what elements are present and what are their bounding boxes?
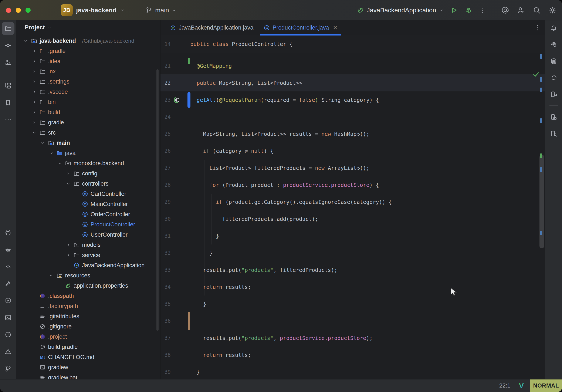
- line-number[interactable]: 36: [161, 318, 171, 324]
- ideavim-icon[interactable]: V: [519, 381, 524, 390]
- tree-item-.settings[interactable]: .settings: [16, 77, 160, 87]
- error-stripe-marker[interactable]: [540, 167, 542, 172]
- editor-gutter[interactable]: 30: [161, 211, 190, 227]
- tree-item-.project[interactable]: .project: [16, 332, 160, 342]
- chevron-down-icon[interactable]: [31, 129, 38, 136]
- branch-widget[interactable]: main: [145, 7, 177, 14]
- line-number[interactable]: 30: [161, 216, 171, 222]
- chevron-down-icon[interactable]: [56, 160, 63, 167]
- chevron-right-icon[interactable]: [31, 48, 38, 55]
- tree-item-gradle[interactable]: gradle: [16, 117, 160, 128]
- close-window-button[interactable]: [6, 8, 11, 13]
- tool-button-bookmark[interactable]: [2, 96, 14, 109]
- search-icon[interactable]: [533, 6, 541, 14]
- project-widget[interactable]: JB java-backend: [61, 4, 125, 16]
- code-line-25[interactable]: 25 Map<String, List<Product>> results = …: [161, 125, 545, 143]
- minimize-window-button[interactable]: [16, 8, 21, 13]
- tree-item-changelog.md[interactable]: M↓CHANGELOG.md: [16, 352, 160, 362]
- tool-button-robot[interactable]: [2, 260, 14, 273]
- code-editor[interactable]: 21 @GetMapping22 public Map<String, List…: [161, 53, 545, 379]
- tree-item-build[interactable]: build: [16, 107, 160, 117]
- tree-item-models[interactable]: models: [16, 240, 160, 250]
- tree-item-config[interactable]: config: [16, 168, 160, 178]
- kebab-icon[interactable]: [534, 24, 541, 31]
- editor-gutter[interactable]: 34: [161, 278, 190, 296]
- code-line-39[interactable]: 39 }: [161, 364, 545, 379]
- tool-button-devices[interactable]: [547, 88, 560, 101]
- editor-gutter[interactable]: 25: [161, 125, 190, 143]
- tree-item-.gradle[interactable]: .gradle: [16, 46, 160, 56]
- tree-item-main[interactable]: main: [16, 138, 160, 148]
- tree-item-gradlew[interactable]: gradlew: [16, 362, 160, 372]
- error-stripe-marker[interactable]: [540, 154, 542, 158]
- editor-gutter[interactable]: 24: [161, 108, 190, 125]
- project-tree-scrollbar[interactable]: [156, 69, 159, 331]
- tree-item-build.gradle[interactable]: build.gradle: [16, 342, 160, 352]
- tree-item-usercontroller[interactable]: CUserController: [16, 230, 160, 240]
- editor-gutter[interactable]: 28: [161, 177, 190, 193]
- play-icon[interactable]: [450, 6, 458, 14]
- chevron-right-icon[interactable]: [31, 98, 38, 106]
- tool-button-project-folder-tool[interactable]: [2, 22, 14, 35]
- tool-button-spy[interactable]: [2, 243, 14, 256]
- tool-button-services[interactable]: [2, 294, 14, 307]
- tree-item-.nx[interactable]: .nx: [16, 66, 160, 77]
- line-number[interactable]: 24: [161, 114, 171, 120]
- code-line-27[interactable]: 27 List<Product> filteredProducts = new …: [161, 159, 545, 177]
- tree-item-.gitattributes[interactable]: .gitattributes: [16, 311, 160, 321]
- globe-icon[interactable]: [173, 96, 180, 104]
- line-number[interactable]: 32: [161, 250, 171, 256]
- error-stripe-marker[interactable]: [540, 77, 542, 82]
- code-line-38[interactable]: 38 return results;: [161, 346, 545, 364]
- line-number[interactable]: 23: [161, 97, 171, 103]
- editor-gutter[interactable]: 27: [161, 159, 190, 177]
- line-number[interactable]: 34: [161, 284, 171, 290]
- chevron-right-icon[interactable]: [31, 58, 38, 65]
- tree-item-ordercontroller[interactable]: COrderController: [16, 209, 160, 219]
- sticky-line[interactable]: 14 public class ProductController {: [161, 35, 545, 53]
- tool-button-database[interactable]: [547, 55, 560, 68]
- editor-gutter[interactable]: 32: [161, 244, 190, 261]
- editor-gutter[interactable]: 14: [161, 35, 190, 53]
- chevron-right-icon[interactable]: [31, 68, 38, 75]
- tool-button-structure[interactable]: [2, 56, 14, 69]
- tool-button-commit[interactable]: [2, 39, 14, 52]
- line-number[interactable]: 35: [161, 301, 171, 307]
- editor-gutter[interactable]: 26: [161, 143, 190, 159]
- editor-gutter[interactable]: 39: [161, 364, 190, 379]
- error-stripe-marker[interactable]: [540, 54, 542, 59]
- error-stripe-marker[interactable]: [540, 88, 542, 92]
- code-line-32[interactable]: 32 }: [161, 244, 545, 261]
- editor-gutter[interactable]: 37: [161, 330, 190, 346]
- tool-button-more[interactable]: [2, 113, 14, 126]
- chevron-down-icon[interactable]: [48, 149, 55, 157]
- editor-gutter[interactable]: 23: [161, 91, 190, 108]
- tree-item-cartcontroller[interactable]: CCartController: [16, 189, 160, 199]
- inspections-ok-icon[interactable]: [532, 71, 540, 78]
- editor-gutter[interactable]: 21: [161, 57, 190, 74]
- line-number[interactable]: 31: [161, 233, 171, 239]
- chevron-right-icon[interactable]: [65, 241, 72, 249]
- chevron-down-icon[interactable]: [22, 37, 29, 44]
- code-line-36[interactable]: 36: [161, 312, 545, 330]
- tree-item-.factorypath[interactable]: .factorypath: [16, 301, 160, 311]
- error-stripe-marker[interactable]: [540, 231, 542, 235]
- tool-button-cat[interactable]: [2, 226, 14, 239]
- tree-item-.idea[interactable]: .idea: [16, 56, 160, 66]
- zoom-window-button[interactable]: [25, 8, 31, 13]
- chevron-down-icon[interactable]: [65, 180, 72, 187]
- tree-item-.gitignore[interactable]: .gitignore: [16, 321, 160, 332]
- code-line-35[interactable]: 35 }: [161, 296, 545, 312]
- tool-button-hammer[interactable]: [2, 277, 14, 290]
- code-line-24[interactable]: 24: [161, 108, 545, 125]
- chevron-right-icon[interactable]: [65, 170, 72, 177]
- kebab-icon[interactable]: [479, 7, 486, 14]
- code-line-29[interactable]: 29 if (product.getCategory().equalsIgnor…: [161, 193, 545, 211]
- vim-mode-badge[interactable]: NORMAL: [530, 380, 562, 392]
- code-line-21[interactable]: 21 @GetMapping: [161, 57, 545, 74]
- code-line-30[interactable]: 30 filteredProducts.add(product);: [161, 211, 545, 227]
- chevron-right-icon[interactable]: [31, 88, 38, 95]
- bug-icon[interactable]: [465, 6, 473, 14]
- line-number[interactable]: 28: [161, 182, 171, 188]
- editor-gutter[interactable]: 22: [161, 74, 190, 91]
